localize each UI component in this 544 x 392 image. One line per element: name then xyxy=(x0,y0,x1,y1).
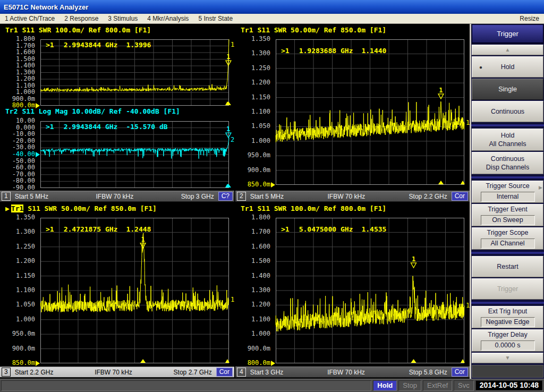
svg-text:1: 1 xyxy=(141,236,145,243)
ch3-marker-readout: >12.4721875 GHz1.2448 xyxy=(46,225,151,233)
active-trace-arrow-icon: ▶ xyxy=(5,204,10,212)
ifbw: IFBW 70 kHz xyxy=(95,369,132,376)
svg-text:1: 1 xyxy=(439,87,443,94)
svg-text:1: 1 xyxy=(226,53,230,61)
axis-label: 1.700 xyxy=(251,228,270,235)
ifbw: IFBW 70 kHz xyxy=(327,369,365,376)
axis-label: 1.150 xyxy=(16,272,35,279)
channel-number: 3 xyxy=(2,368,11,377)
ch3-plot[interactable]: >12.4721875 GHz1.2448 11 xyxy=(40,218,229,363)
softkey-empty-area xyxy=(472,365,543,378)
ch1-tr2-plot[interactable]: >12.9943844 GHz-15.570 dB 12 xyxy=(40,121,229,188)
softkey-scroll-up-button[interactable]: ▲ xyxy=(472,45,543,55)
ch1-status-bar: 1 Start 5 MHz IFBW 70 kHz Stop 3 GHz C? xyxy=(0,191,234,202)
menu-item-response[interactable]: 2 Response xyxy=(60,14,103,23)
ch4-plot[interactable]: >15.0475000 GHz1.4535 11 xyxy=(276,218,464,363)
trace-format: S11 SWR 100.0m/ Ref 800.0m [F1] xyxy=(257,204,386,212)
softkey-restart[interactable]: Restart xyxy=(472,256,543,277)
display-area: ▶Tr1S11 SWR 100.0m/ Ref 800.0m [F1] 1.80… xyxy=(0,24,544,379)
trace-format: S11 Log Mag 10.00dB/ Ref -40.00dB [F1] xyxy=(22,107,180,115)
ch1-tr1-plot[interactable]: >12.9943844 GHz1.3996 11 xyxy=(40,39,229,106)
axis-label: 1.400 xyxy=(251,272,270,279)
axis-label: 1.300 xyxy=(16,228,35,235)
trace-plot-svg: 11 xyxy=(276,39,464,185)
softkey-trigger-delay[interactable]: Trigger Delay 0.0000 s xyxy=(472,329,543,352)
axis-label: 1.100 xyxy=(251,108,270,115)
ch2-plot[interactable]: >11.9283688 GHz1.1440 11 xyxy=(276,39,464,185)
softkey-hold-all-channels[interactable]: Hold All Channels xyxy=(472,129,543,151)
submenu-arrow-icon: ▶ xyxy=(539,185,542,191)
stop-indicator: Stop xyxy=(398,380,421,391)
trace-name: Tr1 xyxy=(241,26,253,34)
axis-label: -90.00 xyxy=(12,184,35,191)
trace-name: Tr1 xyxy=(241,204,253,212)
axis-label: 1.000 xyxy=(251,330,270,337)
cal-status-badge: Cor xyxy=(216,368,233,377)
svg-text:1: 1 xyxy=(412,255,415,263)
ch4-axis: 1.8001.7001.6001.5001.4001.3001.2001.100… xyxy=(235,218,273,363)
axis-label: 1.300 xyxy=(251,287,270,294)
ch2-axis: 1.3501.3001.2501.2001.1501.1001.0501.000… xyxy=(235,39,273,185)
window-title: E5071C Network Analyzer xyxy=(4,3,88,11)
softkey-continuous[interactable]: Continuous xyxy=(472,101,543,122)
axis-label: 1.350 xyxy=(16,214,35,221)
instrument-status-bar: Hold Stop ExtRef Svc 2014-10-05 10:48 xyxy=(0,379,544,392)
axis-label: 950.0m xyxy=(248,152,270,159)
channel-number: 1 xyxy=(2,192,11,201)
menu-item-stimulus[interactable]: 3 Stimulus xyxy=(103,14,142,23)
window-titlebar: E5071C Network Analyzer xyxy=(0,0,544,14)
menu-item-active-ch-trace[interactable]: 1 Active Ch/Trace xyxy=(0,14,60,23)
trace-plot-svg: 11 xyxy=(40,39,229,106)
svg-text:1: 1 xyxy=(226,125,230,133)
menu-item-instr-state[interactable]: 5 Instr State xyxy=(193,14,237,23)
svg-text:2: 2 xyxy=(231,136,234,143)
softkey-trigger-source[interactable]: Trigger Source Internal ▶ xyxy=(472,181,543,203)
softkey-scroll-down-button[interactable]: ▼ xyxy=(472,353,543,363)
softkey-ext-trig-input[interactable]: Ext Trig Input Negative Edge xyxy=(472,306,543,328)
softkey-trigger[interactable]: Trigger xyxy=(472,278,543,300)
channel-2-window[interactable]: ▶Tr1S11 SWR 50.00m/ Ref 850.0m [F1] 1.35… xyxy=(235,24,470,202)
trace-name: Tr1 xyxy=(11,204,23,212)
softkey-separator xyxy=(471,124,544,127)
axis-label: 800.0m xyxy=(248,360,270,367)
channel-4-window[interactable]: ▶Tr1S11 SWR 100.0m/ Ref 800.0m [F1] 1.80… xyxy=(235,203,470,378)
ch4-status-bar: 4 Start 3 GHz IFBW 70 kHz Stop 5.8 GHz C… xyxy=(235,367,470,378)
ifbw: IFBW 70 kHz xyxy=(327,193,365,200)
menu-item-resize[interactable]: Resize xyxy=(515,14,544,23)
trigger-source-value: Internal xyxy=(481,192,535,202)
svc-indicator: Svc xyxy=(454,380,474,391)
trace-format: S11 SWR 100.0m/ Ref 800.0m [F1] xyxy=(22,26,151,34)
trace-format: S11 SWR 50.00m/ Ref 850.0m [F1] xyxy=(28,204,157,212)
datetime-display: 2014-10-05 10:48 xyxy=(475,380,543,391)
channel-number: 2 xyxy=(237,192,246,201)
axis-label: 1.200 xyxy=(251,301,270,308)
ch2-tr1-header: ▶Tr1S11 SWR 50.00m/ Ref 850.0m [F1] xyxy=(241,26,386,34)
axis-label: 1.250 xyxy=(16,243,35,250)
channel-3-window[interactable]: ▶Tr1S11 SWR 50.00m/ Ref 850.0m [F1] 1.35… xyxy=(0,203,234,378)
svg-text:1: 1 xyxy=(231,296,234,303)
menubar: 1 Active Ch/Trace 2 Response 3 Stimulus … xyxy=(0,14,544,24)
axis-label: 1.100 xyxy=(16,287,35,294)
channel-1-window[interactable]: ▶Tr1S11 SWR 100.0m/ Ref 800.0m [F1] 1.80… xyxy=(0,24,234,202)
softkey-trigger-scope[interactable]: Trigger Scope All Channel xyxy=(472,227,543,250)
channel-number: 4 xyxy=(237,368,246,377)
ch1-tr1-marker-readout: >12.9943844 GHz1.3996 xyxy=(46,41,151,49)
softkey-trigger-event[interactable]: Trigger Event On Sweep xyxy=(472,204,543,226)
extref-indicator: ExtRef xyxy=(423,380,452,391)
softkey-single[interactable]: Single xyxy=(472,79,543,100)
axis-label: 1.100 xyxy=(251,316,270,323)
cal-status-badge: C? xyxy=(218,192,233,201)
ch1-tr1-axis: 1.8001.7001.6001.5001.4001.3001.2001.100… xyxy=(0,39,37,106)
stop-frequency: Stop 2.7 GHz xyxy=(174,369,212,376)
stop-frequency: Stop 5.8 GHz xyxy=(409,369,447,376)
ext-trig-input-value: Negative Edge xyxy=(481,317,535,327)
softkey-hold[interactable]: ● Hold xyxy=(472,56,543,78)
axis-label: 950.0m xyxy=(12,330,35,337)
menu-item-mkr-analysis[interactable]: 4 Mkr/Analysis xyxy=(142,14,193,23)
start-frequency: Start 5 MHz xyxy=(250,193,284,200)
axis-label: 850.0m xyxy=(12,360,35,367)
axis-label: 1.050 xyxy=(251,123,270,130)
axis-label: 1.800 xyxy=(251,214,270,221)
axis-label: 1.350 xyxy=(251,36,270,42)
softkey-continuous-disp-channels[interactable]: Continuous Disp Channels xyxy=(472,152,543,174)
